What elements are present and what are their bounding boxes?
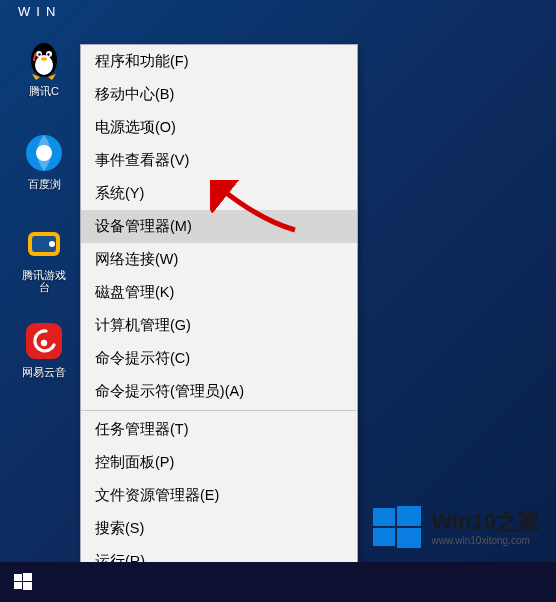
- menu-item[interactable]: 电源选项(O): [81, 111, 357, 144]
- penguin-icon: [22, 38, 66, 82]
- menu-item[interactable]: 程序和功能(F): [81, 45, 357, 78]
- svg-rect-17: [397, 528, 421, 548]
- game-icon: [22, 222, 66, 266]
- windows-logo-icon: [369, 500, 425, 556]
- watermark-url: www.win10xitong.com: [431, 535, 540, 546]
- netease-music-icon[interactable]: 网易云音: [14, 319, 74, 378]
- winx-context-menu: 程序和功能(F)移动中心(B)电源选项(O)事件查看器(V)系统(Y)设备管理器…: [80, 44, 358, 602]
- svg-point-11: [49, 241, 55, 247]
- music-icon: [22, 319, 66, 363]
- win-label: WIN: [18, 4, 61, 19]
- svg-rect-18: [14, 574, 22, 581]
- baidu-browser-icon[interactable]: 百度浏: [14, 131, 74, 190]
- svg-rect-21: [23, 582, 32, 590]
- svg-rect-14: [373, 508, 395, 526]
- watermark: Win10之家 www.win10xitong.com: [361, 496, 548, 560]
- menu-item[interactable]: 网络连接(W): [81, 243, 357, 276]
- menu-item[interactable]: 系统(Y): [81, 177, 357, 210]
- svg-point-6: [41, 57, 47, 61]
- menu-item[interactable]: 控制面板(P): [81, 446, 357, 479]
- menu-item[interactable]: 搜索(S): [81, 512, 357, 545]
- desktop: WIN 腾讯C 百度浏 腾讯游戏 台 网易云音 程序和功能(F)移动: [0, 0, 556, 602]
- svg-point-13: [41, 340, 47, 346]
- globe-icon: [22, 131, 66, 175]
- taskbar: [0, 562, 556, 602]
- menu-item[interactable]: 命令提示符(C): [81, 342, 357, 375]
- windows-start-icon: [13, 572, 33, 592]
- svg-rect-20: [14, 582, 22, 589]
- menu-item[interactable]: 文件资源管理器(E): [81, 479, 357, 512]
- watermark-title: Win10之家: [431, 510, 540, 534]
- menu-item[interactable]: 命令提示符(管理员)(A): [81, 375, 357, 408]
- svg-point-8: [36, 145, 52, 161]
- svg-point-4: [38, 53, 40, 55]
- svg-rect-15: [397, 506, 421, 526]
- svg-point-5: [47, 53, 49, 55]
- menu-item[interactable]: 设备管理器(M): [81, 210, 357, 243]
- tencent-game-icon[interactable]: 腾讯游戏 台: [14, 222, 74, 293]
- start-button[interactable]: [0, 562, 46, 602]
- qq-icon[interactable]: 腾讯C: [14, 38, 74, 97]
- menu-item[interactable]: 计算机管理(G): [81, 309, 357, 342]
- menu-item[interactable]: 磁盘管理(K): [81, 276, 357, 309]
- desktop-icons: 腾讯C 百度浏 腾讯游戏 台 网易云音: [14, 38, 74, 398]
- menu-separator: [81, 410, 357, 411]
- svg-rect-19: [23, 573, 32, 581]
- svg-rect-16: [373, 528, 395, 546]
- menu-item[interactable]: 移动中心(B): [81, 78, 357, 111]
- menu-item[interactable]: 事件查看器(V): [81, 144, 357, 177]
- menu-item[interactable]: 任务管理器(T): [81, 413, 357, 446]
